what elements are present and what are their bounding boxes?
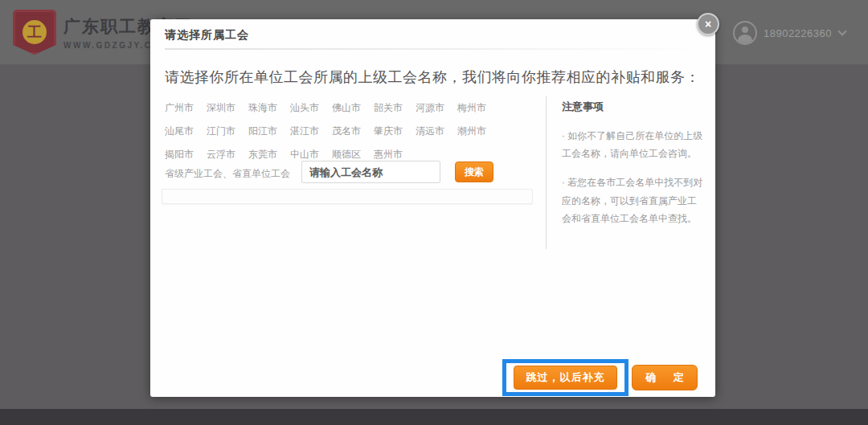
modal-title: 请选择所属工会	[165, 28, 249, 43]
city-link[interactable]: 顺德区	[332, 148, 361, 161]
city-link[interactable]: 河源市	[416, 101, 444, 115]
close-glyph: ×	[705, 18, 711, 31]
city-link[interactable]: 中山市	[290, 148, 319, 161]
union-select-modal: 请选择所属工会 请选择你所在单位工会所属的上级工会名称，我们将向你推荐相应的补贴…	[150, 19, 715, 397]
city-link[interactable]: 佛山市	[332, 101, 361, 115]
city-link[interactable]: 湛江市	[290, 125, 319, 138]
notes-list: 如你不了解自己所在单位的上级工会名称，请向单位工会咨询。若您在各市工会名单中找不…	[562, 127, 703, 227]
city-link[interactable]: 茂名市	[332, 125, 361, 138]
page-footer	[0, 409, 868, 425]
city-link[interactable]: 清远市	[416, 125, 444, 138]
notes-title: 注意事项	[562, 100, 703, 114]
page: 工 广东职工教育网 WWW.GDZGJY.COM 18902226360 请选择…	[0, 0, 868, 425]
city-link[interactable]: 广州市	[165, 101, 194, 115]
note-item: 若您在各市工会名单中找不到对应的名称，可以到省直属产业工会和省直单位工会名单中查…	[562, 174, 703, 227]
city-link[interactable]: 江门市	[207, 125, 235, 138]
skip-button[interactable]: 跳过，以后补充	[514, 366, 617, 390]
user-phone: 18902226360	[764, 27, 832, 39]
city-link[interactable]: 汕头市	[290, 101, 319, 115]
highlight-annotation: 跳过，以后补充	[502, 359, 628, 396]
close-icon[interactable]: ×	[697, 13, 719, 35]
city-link[interactable]: 揭阳市	[165, 148, 194, 161]
city-link[interactable]: 惠州市	[374, 148, 403, 161]
union-name-input[interactable]	[301, 161, 440, 183]
city-link[interactable]: 深圳市	[207, 101, 235, 115]
avatar-icon	[733, 21, 757, 45]
search-results-box[interactable]	[162, 189, 533, 204]
title-divider	[165, 48, 703, 50]
chevron-down-icon	[837, 27, 846, 35]
logo-badge-glyph: 工	[23, 20, 47, 44]
city-link[interactable]: 潮州市	[457, 125, 486, 138]
provincial-unions-link[interactable]: 省级产业工会、省直单位工会	[165, 167, 290, 181]
note-item: 如你不了解自己所在单位的上级工会名称，请向单位工会咨询。	[562, 127, 703, 162]
search-button[interactable]: 搜索	[455, 161, 493, 182]
city-link[interactable]: 梅州市	[457, 101, 486, 115]
confirm-button[interactable]: 确 定	[632, 365, 698, 390]
provincial-search-row: 省级产业工会、省直单位工会 搜索	[165, 161, 518, 185]
city-link[interactable]: 阳江市	[248, 125, 277, 138]
city-link[interactable]: 云浮市	[207, 148, 235, 161]
city-link[interactable]: 肇庆市	[374, 125, 403, 138]
city-link[interactable]: 韶关市	[374, 101, 403, 115]
modal-heading: 请选择你所在单位工会所属的上级工会名称，我们将向你推荐相应的补贴和服务：	[165, 67, 705, 87]
user-menu[interactable]: 18902226360	[733, 21, 845, 45]
city-link[interactable]: 汕尾市	[165, 125, 194, 138]
notes-panel: 注意事项 如你不了解自己所在单位的上级工会名称，请向单位工会咨询。若您在各市工会…	[562, 100, 703, 239]
city-link[interactable]: 珠海市	[248, 101, 277, 115]
city-link[interactable]: 东莞市	[248, 148, 277, 161]
divider	[546, 96, 547, 249]
logo-badge-icon: 工	[13, 10, 56, 55]
